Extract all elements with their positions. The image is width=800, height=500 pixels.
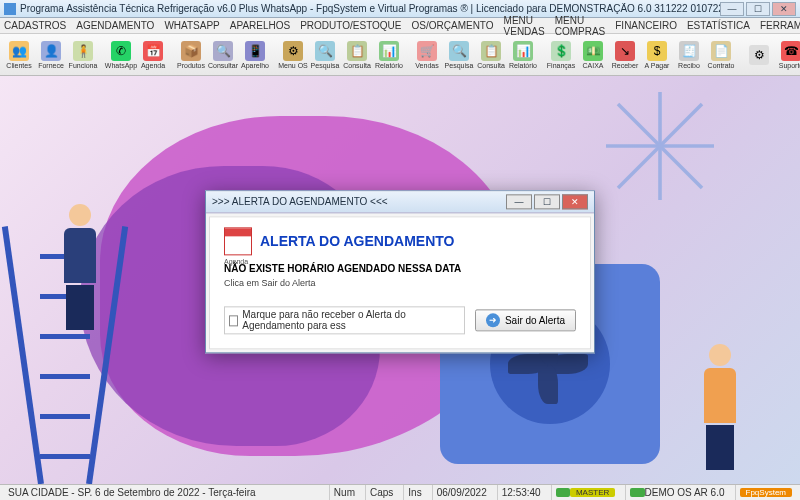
toolbar-label: Aparelho <box>241 62 269 69</box>
menu-ferramentas[interactable]: FERRAMENTAS <box>760 20 800 31</box>
toolbar-contrato[interactable]: 📄Contrato <box>706 36 736 74</box>
dialog-window-controls: — ☐ ✕ <box>506 194 588 209</box>
toolbar-label: Relatório <box>509 62 537 69</box>
dialog-header: Agenda ALERTA DO AGENDAMENTO <box>224 227 576 255</box>
toolbar-consulta[interactable]: 📋Consulta <box>476 36 506 74</box>
toolbar-label: Funciona <box>69 62 98 69</box>
worker-illustration <box>50 204 110 334</box>
toolbar-vendas[interactable]: 🛒Vendas <box>412 36 442 74</box>
Contrato-icon: 📄 <box>711 41 731 61</box>
dialog-subtext: Clica em Sair do Alerta <box>224 278 576 288</box>
maximize-button[interactable]: ☐ <box>746 2 770 16</box>
dialog-close-button[interactable]: ✕ <box>562 194 588 209</box>
calendar-icon <box>224 227 252 255</box>
status-ins: Ins <box>403 485 425 500</box>
menu-estatistica[interactable]: ESTATÍSTICA <box>687 20 750 31</box>
toolbar-label: Recibo <box>678 62 700 69</box>
status-num: Num <box>329 485 359 500</box>
exit-alert-button[interactable]: ➜ Sair do Alerta <box>475 309 576 331</box>
toolbar-label: Fornece <box>38 62 64 69</box>
Consulta-icon: 📋 <box>347 41 367 61</box>
person-illustration <box>690 344 750 474</box>
toolbar-label: Finanças <box>547 62 575 69</box>
close-button[interactable]: ✕ <box>772 2 796 16</box>
toolbar-produtos[interactable]: 📦Produtos <box>176 36 206 74</box>
toolbar-label: Pesquisa <box>445 62 474 69</box>
dialog-minimize-button[interactable]: — <box>506 194 532 209</box>
app-icon <box>4 3 16 15</box>
calendar-label: Agenda <box>224 258 248 265</box>
toolbar-pesquisa[interactable]: 🔍Pesquisa <box>310 36 340 74</box>
Menu OS-icon: ⚙ <box>283 41 303 61</box>
toolbar-clientes[interactable]: 👥Clientes <box>4 36 34 74</box>
Finanças-icon: 💲 <box>551 41 571 61</box>
Clientes-icon: 👥 <box>9 41 29 61</box>
minimize-button[interactable]: — <box>720 2 744 16</box>
toolbar-a pagar[interactable]: $A Pagar <box>642 36 672 74</box>
app-titlebar: Programa Assistência Técnica Refrigeraçã… <box>0 0 800 18</box>
status-indicators: MASTER <box>551 485 620 500</box>
toolbar-label: Consulta <box>477 62 505 69</box>
brand-pill[interactable]: FpqSystem <box>740 488 792 497</box>
menu-vendas[interactable]: MENU VENDAS <box>504 15 545 37</box>
Relatório-icon: 📊 <box>513 41 533 61</box>
menu-agendamento[interactable]: AGENDAMENTO <box>76 20 154 31</box>
led-green-icon <box>556 488 570 497</box>
status-brand: FpqSystem <box>735 485 796 500</box>
dialog-body: Agenda ALERTA DO AGENDAMENTO NÃO EXISTE … <box>209 216 591 349</box>
status-caps: Caps <box>365 485 397 500</box>
toolbar-label: CAIXA <box>582 62 603 69</box>
menu-aparelhos[interactable]: APARELHOS <box>230 20 290 31</box>
toolbar-consulta[interactable]: 📋Consulta <box>342 36 372 74</box>
Recibo-icon: 🧾 <box>679 41 699 61</box>
menu-os[interactable]: OS/ORÇAMENTO <box>412 20 494 31</box>
A Pagar-icon: $ <box>647 41 667 61</box>
snowflake-icon <box>600 86 720 206</box>
toolbar-fornece[interactable]: 👤Fornece <box>36 36 66 74</box>
Produtos-icon: 📦 <box>181 41 201 61</box>
menu-whatsapp[interactable]: WHATSAPP <box>164 20 219 31</box>
toolbar-receber[interactable]: ↘Receber <box>610 36 640 74</box>
toolbar-recibo[interactable]: 🧾Recibo <box>674 36 704 74</box>
menu-compras[interactable]: MENU COMPRAS <box>555 15 606 37</box>
checkbox-icon[interactable] <box>229 315 238 326</box>
toolbar-menu os[interactable]: ⚙Menu OS <box>278 36 308 74</box>
Funciona-icon: 🧍 <box>73 41 93 61</box>
app-title: Programa Assistência Técnica Refrigeraçã… <box>20 3 720 14</box>
status-demo-label: DEMO OS AR 6.0 <box>645 487 725 498</box>
toolbar-suporte[interactable]: ☎Suporte <box>776 36 800 74</box>
Consultar-icon: 🔍 <box>213 41 233 61</box>
dialog-maximize-button[interactable]: ☐ <box>534 194 560 209</box>
dont-show-checkbox-row[interactable]: Marque para não receber o Alerta do Agen… <box>224 306 465 334</box>
dialog-footer: Marque para não receber o Alerta do Agen… <box>224 306 576 334</box>
status-time: 12:53:40 <box>497 485 545 500</box>
toolbar-caixa[interactable]: 💵CAIXA <box>578 36 608 74</box>
toolbar-button[interactable]: ⚙ <box>744 36 774 74</box>
dialog-title: >>> ALERTA DO AGENDAMENTO <<< <box>212 196 506 207</box>
Vendas-icon: 🛒 <box>417 41 437 61</box>
tool-icon: ⚙ <box>749 45 769 65</box>
status-master: MASTER <box>570 488 615 497</box>
toolbar-finanças[interactable]: 💲Finanças <box>546 36 576 74</box>
checkbox-label: Marque para não receber o Alerta do Agen… <box>242 309 460 331</box>
toolbar-label: Suporte <box>779 62 800 69</box>
toolbar-consultar[interactable]: 🔍Consultar <box>208 36 238 74</box>
toolbar-whatsapp[interactable]: ✆WhatsApp <box>106 36 136 74</box>
toolbar-label: Produtos <box>177 62 205 69</box>
menu-financeiro[interactable]: FINANCEIRO <box>615 20 677 31</box>
menu-cadastros[interactable]: CADASTROS <box>4 20 66 31</box>
menu-estoque[interactable]: PRODUTO/ESTOQUE <box>300 20 401 31</box>
toolbar-agenda[interactable]: 📅Agenda <box>138 36 168 74</box>
arrow-icon: ➜ <box>486 313 500 327</box>
toolbar-aparelho[interactable]: 📱Aparelho <box>240 36 270 74</box>
toolbar-relatório[interactable]: 📊Relatório <box>508 36 538 74</box>
toolbar-label: Pesquisa <box>311 62 340 69</box>
toolbar-pesquisa[interactable]: 🔍Pesquisa <box>444 36 474 74</box>
CAIXA-icon: 💵 <box>583 41 603 61</box>
main-toolbar: 👥Clientes👤Fornece🧍Funciona✆WhatsApp📅Agen… <box>0 34 800 76</box>
toolbar-funciona[interactable]: 🧍Funciona <box>68 36 98 74</box>
Suporte-icon: ☎ <box>781 41 800 61</box>
Pesquisa-icon: 🔍 <box>449 41 469 61</box>
toolbar-relatório[interactable]: 📊Relatório <box>374 36 404 74</box>
toolbar-label: Consulta <box>343 62 371 69</box>
